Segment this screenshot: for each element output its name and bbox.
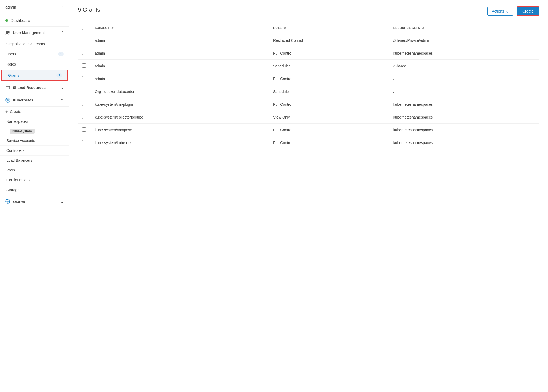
users-icon [5,30,10,35]
select-all-cell [78,22,91,34]
shared-resources-label: Shared Resources [13,85,46,90]
col-role[interactable]: ROLE ⇵ [269,22,389,34]
cell-role: Full Control [269,136,389,149]
actions-button[interactable]: Actions ⌄ [487,7,513,16]
dashboard-label: Dashboard [11,18,30,23]
subject-sort-icon: ⇵ [111,27,114,30]
sidebar-item-namespaces[interactable]: Namespaces [0,117,69,126]
service-accounts-label: Service Accounts [6,138,35,143]
row-checkbox-cell [78,136,91,149]
cell-resource-sets: kubernetesnamespaces [389,136,539,149]
cell-subject: admin [91,60,269,72]
table-row: adminScheduler/Shared [78,60,539,72]
create-label: Create [10,109,21,114]
kubernetes-create-item[interactable]: + Create [0,107,69,117]
swarm-section[interactable]: Swarm ⌄ [0,195,69,208]
cell-resource-sets: kubernetesnamespaces [389,98,539,111]
sidebar-item-roles[interactable]: Roles [0,59,69,69]
page-header: 9 Grants Actions ⌄ Create [78,6,539,16]
configurations-label: Configurations [6,178,30,182]
storage-label: Storage [6,188,19,192]
row-checkbox[interactable] [82,76,86,80]
orgs-teams-label: Organizations & Teams [6,42,45,46]
cell-resource-sets: /Shared [389,60,539,72]
sidebar-item-storage[interactable]: Storage [0,185,69,195]
swarm-chevron-icon: ⌄ [60,200,64,204]
create-button[interactable]: Create [517,6,539,16]
cell-subject: admin [91,34,269,47]
grants-label: Grants [8,73,19,77]
kubernetes-label: Kubernetes [13,98,33,102]
row-checkbox[interactable] [82,63,86,68]
col-subject-label: SUBJECT [95,26,109,30]
cell-resource-sets: kubernetesnamespaces [389,124,539,136]
cell-resource-sets: /Shared/Private/admin [389,34,539,47]
shared-resources-section: Shared Resources ⌄ [0,81,69,94]
table-head: SUBJECT ⇵ ROLE ⇵ RESOURCE SETS ⇵ [78,22,539,34]
table-row: kube-system/collectorforkubeView Onlykub… [78,111,539,124]
kubernetes-items: + Create Namespaces kube-system Service … [0,107,69,195]
cell-subject: kube-system/collectorforkube [91,111,269,124]
role-sort-icon: ⇵ [284,27,286,30]
row-checkbox-cell [78,98,91,111]
namespaces-label: Namespaces [6,119,28,124]
swarm-icon [5,199,10,205]
col-resource-sets-label: RESOURCE SETS [393,26,420,30]
sidebar-item-configurations[interactable]: Configurations [0,175,69,185]
sidebar-item-users[interactable]: Users 1 [0,49,69,59]
svg-marker-6 [6,98,9,101]
users-label: Users [6,52,16,56]
sidebar-item-controllers[interactable]: Controllers [0,146,69,156]
cell-role: Full Control [269,124,389,136]
cell-role: Full Control [269,98,389,111]
user-management-header[interactable]: User Management ⌃ [0,27,69,39]
row-checkbox-cell [78,34,91,47]
row-checkbox-cell [78,47,91,60]
pods-label: Pods [6,168,15,172]
cell-resource-sets: / [389,85,539,98]
row-checkbox[interactable] [82,115,86,119]
cell-role: Full Control [269,47,389,60]
row-checkbox[interactable] [82,127,86,132]
page-title: 9 Grants [78,6,100,13]
select-all-checkbox[interactable] [82,26,86,30]
table-row: kube-system/kube-dnsFull Controlkubernet… [78,136,539,149]
sidebar-item-dashboard[interactable]: Dashboard [0,14,69,27]
sidebar-item-pods[interactable]: Pods [0,165,69,175]
dashboard-status-icon [5,19,8,22]
admin-label: admin [5,5,16,9]
row-checkbox[interactable] [82,140,86,144]
cell-role: Scheduler [269,85,389,98]
svg-point-11 [6,201,7,202]
user-management-chevron-icon: ⌃ [60,31,64,35]
sidebar-item-service-accounts[interactable]: Service Accounts [0,136,69,146]
sidebar-item-load-balancers[interactable]: Load Balancers [0,156,69,165]
shared-resources-chevron-icon: ⌄ [60,85,64,90]
table-row: kube-system/cni-pluginFull Controlkubern… [78,98,539,111]
sidebar-item-grants[interactable]: Grants 9 [1,70,68,81]
cell-subject: kube-system/kube-dns [91,136,269,149]
actions-label: Actions [492,9,504,13]
namespace-tag[interactable]: kube-system [10,129,35,134]
col-resource-sets[interactable]: RESOURCE SETS ⇵ [389,22,539,34]
svg-point-12 [9,201,10,202]
roles-label: Roles [6,62,16,66]
kubernetes-chevron-icon: ⌃ [60,98,64,102]
svg-point-9 [7,199,8,200]
col-subject[interactable]: SUBJECT ⇵ [91,22,269,34]
table-header-row: SUBJECT ⇵ ROLE ⇵ RESOURCE SETS ⇵ [78,22,539,34]
grants-table: SUBJECT ⇵ ROLE ⇵ RESOURCE SETS ⇵ adminRe… [78,22,539,149]
row-checkbox[interactable] [82,89,86,93]
kubernetes-header[interactable]: Kubernetes ⌃ [0,94,69,107]
row-checkbox[interactable] [82,38,86,42]
controllers-label: Controllers [6,148,24,153]
shared-resources-header[interactable]: Shared Resources ⌄ [0,81,69,94]
admin-chevron-icon: ⌃ [61,5,64,9]
sidebar-admin-header[interactable]: admin ⌃ [0,0,69,14]
table-row: adminRestricted Control/Shared/Private/a… [78,34,539,47]
table-row: adminFull Control/ [78,72,539,85]
kubernetes-icon [5,98,10,103]
sidebar-item-orgs-teams[interactable]: Organizations & Teams [0,39,69,49]
row-checkbox[interactable] [82,51,86,55]
row-checkbox[interactable] [82,102,86,106]
